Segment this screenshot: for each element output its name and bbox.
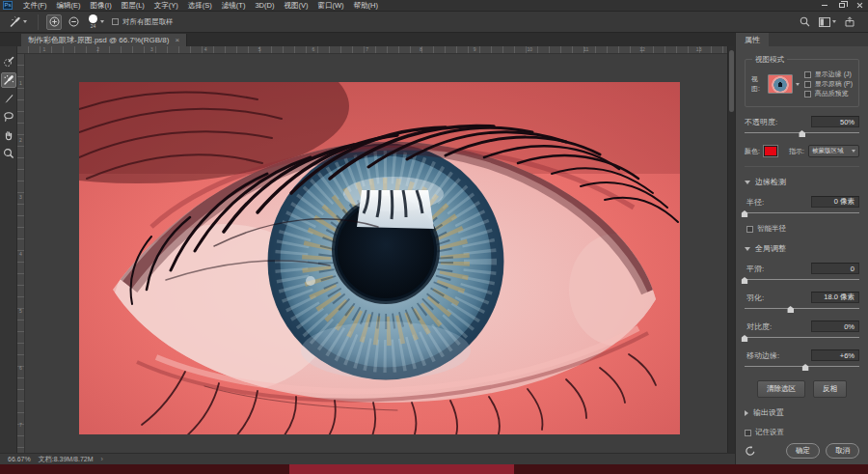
canvas-image-eye[interactable] [79,82,680,434]
refine-edge-brush-tool[interactable] [1,72,16,88]
radius-input[interactable]: 0 像素 [811,196,859,208]
invert-button[interactable]: 反相 [813,380,847,398]
opacity-input[interactable]: 50% [811,116,859,127]
indicates-label: 指示: [789,147,804,156]
menu-file[interactable]: 文件(F) [18,1,52,11]
opacity-slider[interactable] [745,129,859,136]
close-button[interactable] [851,0,868,11]
menu-help[interactable]: 帮助(H) [349,1,383,11]
document-tab[interactable]: 制作彩色眼球-原图.psd @ 66.7%(RGB/8) × [21,34,187,46]
cancel-button[interactable]: 取消 [826,443,859,459]
shift-edge-slider[interactable] [745,363,859,370]
feather-input[interactable]: 18.0 像素 [811,292,859,303]
view-mode-thumbnail[interactable] [768,74,793,94]
chevron-down-icon [852,150,855,153]
tool-preset-picker[interactable] [6,14,30,29]
show-original-checkbox[interactable]: 显示原稿 (P) [804,79,853,89]
vertical-scrollbar[interactable] [727,46,735,453]
shift-edge-label: 移动边缘: [746,350,779,361]
radius-slider[interactable] [745,209,859,216]
share-icon[interactable] [845,16,854,27]
chevron-down-icon [745,247,750,251]
remember-settings-label: 记住设置 [755,428,784,437]
document-tab-bar: 制作彩色眼球-原图.psd @ 66.7%(RGB/8) × [0,33,735,46]
zoom-level[interactable]: 66.67% [8,456,31,462]
minus-circle-icon [68,16,79,27]
subtract-from-selection-button[interactable] [66,14,81,30]
quick-selection-tool[interactable] [1,54,16,70]
indicates-dropdown[interactable]: 被蒙版区域 [808,145,859,157]
smooth-label: 平滑: [746,264,764,274]
menu-select[interactable]: 选择(S) [183,1,217,11]
menu-bar: Ps 文件(F) 编辑(E) 图像(I) 图层(L) 文字(Y) 选择(S) 滤… [0,0,868,12]
feather-slider[interactable] [745,305,859,312]
opacity-label: 不透明度: [745,117,777,127]
brush-size-picker[interactable]: 24 [89,14,104,29]
sample-all-layers-checkbox[interactable]: 对所有图层取样 [112,17,174,27]
menu-filter[interactable]: 滤镜(T) [217,1,251,11]
minimize-button[interactable] [816,0,833,11]
smooth-input[interactable]: 0 [811,263,859,274]
menu-type[interactable]: 文字(Y) [149,1,183,11]
show-edge-checkbox[interactable]: 显示边缘 (J) [804,70,853,79]
chevron-down-icon [832,20,836,23]
canvas-viewport[interactable] [25,54,727,453]
edge-detection-section[interactable]: 边缘检测 [745,177,859,187]
contrast-input[interactable]: 0% [811,321,859,332]
progress-segment [289,464,514,474]
output-settings-section[interactable]: 输出设置 [745,407,859,418]
checkbox-icon [804,91,811,98]
workspace-icon [819,17,830,27]
menu-window[interactable]: 窗口(W) [312,1,348,11]
high-quality-preview-checkbox[interactable]: 高品质预览 [804,89,853,98]
menu-3d[interactable]: 3D(D) [250,1,279,10]
smart-radius-label: 智能半径 [757,224,786,234]
chevron-down-icon [745,181,750,184]
menu-image[interactable]: 图像(I) [86,1,117,11]
refine-edge-brush-icon [3,74,14,86]
add-to-selection-button[interactable] [46,14,62,30]
feather-label: 羽化: [746,293,764,303]
ok-button[interactable]: 确定 [786,443,820,459]
checkbox-icon [804,71,811,78]
view-label: 视图: [751,74,765,94]
view-mode-label: 视图模式 [752,55,787,65]
overlay-color-swatch[interactable] [764,146,777,156]
zoom-tool[interactable] [1,146,16,161]
ruler-left: 123 456 7 [17,54,25,453]
brush-tool[interactable] [1,91,16,106]
reset-icon[interactable] [745,445,756,457]
minimize-icon [822,5,827,6]
lasso-tool[interactable] [1,109,16,125]
status-chevron-icon[interactable]: › [101,456,103,462]
global-refinements-section[interactable]: 全局调整 [745,243,859,254]
workspace-switcher[interactable] [819,17,836,27]
scrollbar-thumb[interactable] [729,50,734,112]
clear-selection-button[interactable]: 清除选区 [757,380,805,398]
shift-edge-input[interactable]: +6% [811,349,859,361]
panel-tab-bar: 属性 [736,33,868,46]
divider [745,166,859,167]
contrast-slider[interactable] [745,334,859,341]
plus-circle-icon [49,16,60,27]
close-icon [856,2,863,9]
remember-settings-checkbox[interactable]: 记住设置 [745,428,859,437]
smooth-slider[interactable] [745,276,859,283]
chevron-down-icon [23,20,27,23]
hand-tool[interactable] [1,127,16,143]
output-settings-header: 输出设置 [753,407,784,418]
menu-layer[interactable]: 图层(L) [117,1,149,11]
menu-view[interactable]: 视图(V) [279,1,312,11]
search-icon[interactable] [800,16,810,27]
tab-close-icon[interactable]: × [175,36,179,44]
video-progress-bar [0,464,868,474]
smart-radius-checkbox[interactable]: 智能半径 [746,224,859,234]
properties-panel: 属性 视图模式 视图: 显示边缘 (J) [735,33,868,464]
menu-edit[interactable]: 编辑(E) [52,1,86,11]
chevron-down-icon[interactable] [796,83,800,86]
restore-button[interactable] [833,0,851,11]
tab-properties[interactable]: 属性 [736,33,769,46]
canvas-zone: 123 456 789 101112 13 123 456 7 [17,46,727,453]
sample-all-layers-label: 对所有图层取样 [122,17,174,27]
restore-icon [839,3,845,8]
